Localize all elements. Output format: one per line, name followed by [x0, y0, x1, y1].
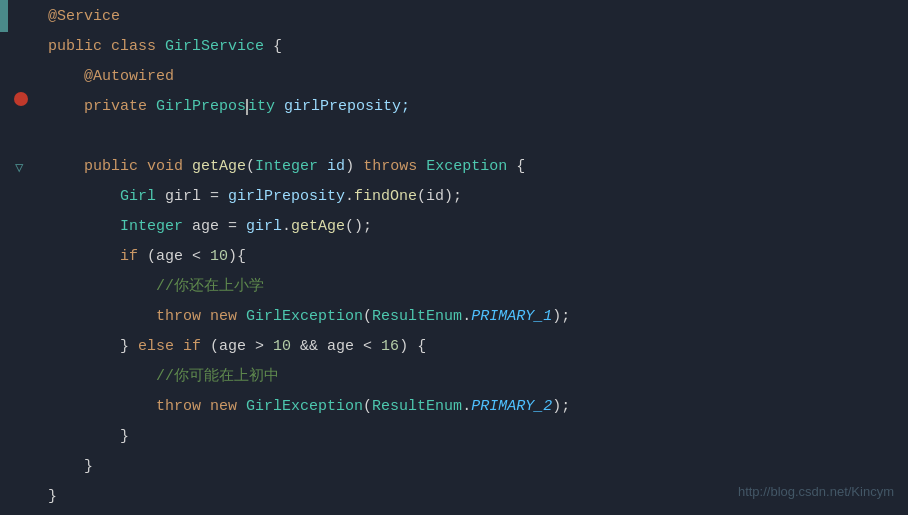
code-editor: ▽ @Service public class GirlService { @A…: [0, 0, 908, 515]
code-line-6: public void getAge(Integer id) throws Ex…: [48, 152, 908, 182]
code-line-4: private GirlPreposity girlPreposity;: [48, 92, 908, 122]
code-line-3: @Autowired: [48, 62, 908, 92]
code-line-13: //你可能在上初中: [48, 362, 908, 392]
code-line-12: } else if (age > 10 && age < 16) {: [48, 332, 908, 362]
code-line-8: Integer age = girl.getAge();: [48, 212, 908, 242]
code-line-9: if (age < 10){: [48, 242, 908, 272]
code-line-14: throw new GirlException(ResultEnum.PRIMA…: [48, 392, 908, 422]
code-line-2: public class GirlService {: [48, 32, 908, 62]
watermark: http://blog.csdn.net/Kincym: [738, 477, 894, 507]
code-line-1: @Service: [48, 2, 908, 32]
kw-public: public: [48, 32, 111, 62]
code-line-11: throw new GirlException(ResultEnum.PRIMA…: [48, 302, 908, 332]
code-line-10: //你还在上小学: [48, 272, 908, 302]
annotation-service: @Service: [48, 2, 120, 32]
code-line-5: [48, 122, 908, 152]
code-line-7: Girl girl = girlPreposity.findOne(id);: [48, 182, 908, 212]
code-line-15: }: [48, 422, 908, 452]
code-content: @Service public class GirlService { @Aut…: [38, 0, 908, 515]
